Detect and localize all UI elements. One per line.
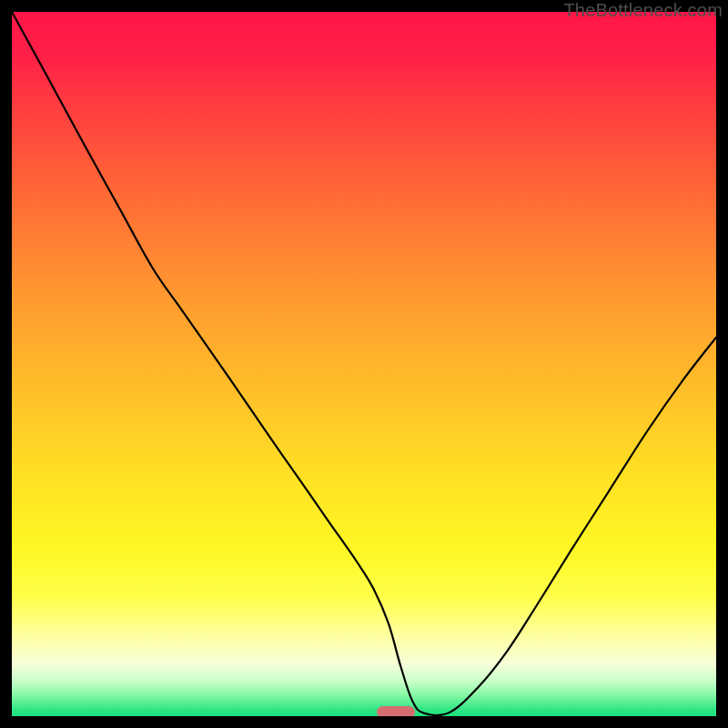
chart-frame: TheBottleneck.com [0, 0, 728, 728]
bottleneck-curve [12, 12, 716, 716]
plot-area [12, 12, 716, 716]
watermark-text: TheBottleneck.com [563, 0, 723, 21]
optimum-marker [377, 706, 415, 716]
